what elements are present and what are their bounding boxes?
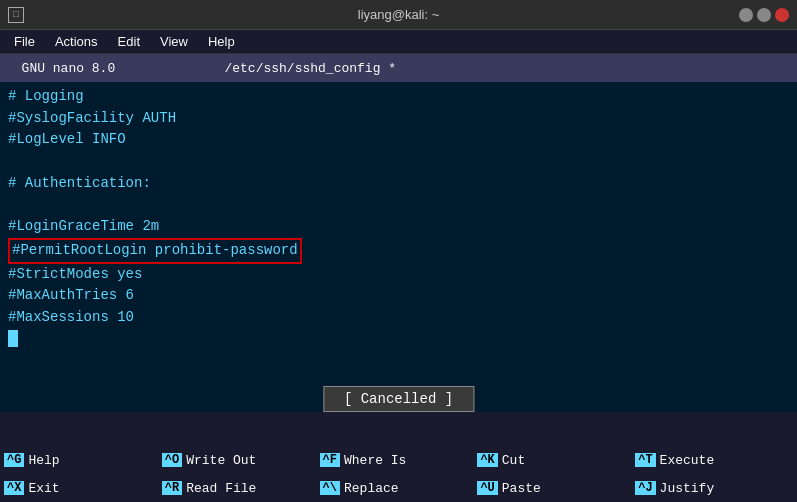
shortcut-exit: ^X Exit (4, 481, 162, 496)
line-4 (8, 151, 789, 173)
menu-help[interactable]: Help (200, 32, 243, 51)
key-ctrl-u[interactable]: ^U (477, 481, 497, 495)
menu-file[interactable]: File (6, 32, 43, 51)
label-replace: Replace (344, 481, 399, 496)
window-title: liyang@kali: ~ (358, 7, 440, 22)
menu-edit[interactable]: Edit (110, 32, 148, 51)
label-read-file: Read File (186, 481, 256, 496)
text-cursor (8, 330, 18, 347)
line-12 (8, 329, 789, 351)
label-write-out: Write Out (186, 453, 256, 468)
shortcut-row-1: ^G Help ^O Write Out ^F Where Is ^K Cut … (0, 446, 797, 474)
editor[interactable]: # Logging #SyslogFacility AUTH #LogLevel… (0, 82, 797, 412)
key-ctrl-g[interactable]: ^G (4, 453, 24, 467)
line-6 (8, 194, 789, 216)
label-justify: Justify (660, 481, 715, 496)
line-8: #PermitRootLogin prohibit-password (8, 238, 789, 264)
key-ctrl-x[interactable]: ^X (4, 481, 24, 495)
shortcut-replace: ^\ Replace (320, 481, 478, 496)
label-where-is: Where Is (344, 453, 406, 468)
window-icon: □ (8, 7, 24, 23)
maximize-button[interactable] (757, 8, 771, 22)
line-2: #SyslogFacility AUTH (8, 108, 789, 130)
nano-header: GNU nano 8.0 /etc/ssh/sshd_config * (0, 54, 797, 82)
key-ctrl-f[interactable]: ^F (320, 453, 340, 467)
title-bar-left: □ (8, 7, 24, 23)
key-ctrl-k[interactable]: ^K (477, 453, 497, 467)
line-11: #MaxSessions 10 (8, 307, 789, 329)
highlighted-permit-root-login: #PermitRootLogin prohibit-password (8, 238, 302, 264)
shortcut-read-file: ^R Read File (162, 481, 320, 496)
line-9: #StrictModes yes (8, 264, 789, 286)
cancelled-popup: [ Cancelled ] (323, 386, 474, 412)
shortcut-execute: ^T Execute (635, 453, 793, 468)
key-ctrl-t[interactable]: ^T (635, 453, 655, 467)
label-execute: Execute (660, 453, 715, 468)
shortcut-justify: ^J Justify (635, 481, 793, 496)
label-paste: Paste (502, 481, 541, 496)
label-help: Help (28, 453, 59, 468)
key-ctrl-o[interactable]: ^O (162, 453, 182, 467)
shortcut-write-out: ^O Write Out (162, 453, 320, 468)
cancelled-text: [ Cancelled ] (344, 391, 453, 407)
shortcut-bar: ^G Help ^O Write Out ^F Where Is ^K Cut … (0, 446, 797, 502)
line-7: #LoginGraceTime 2m (8, 216, 789, 238)
shortcut-help: ^G Help (4, 453, 162, 468)
key-ctrl-r[interactable]: ^R (162, 481, 182, 495)
editor-wrapper: # Logging #SyslogFacility AUTH #LogLevel… (0, 82, 797, 412)
menu-bar: File Actions Edit View Help (0, 30, 797, 54)
shortcut-paste: ^U Paste (477, 481, 635, 496)
shortcut-where-is: ^F Where Is (320, 453, 478, 468)
key-ctrl-backslash[interactable]: ^\ (320, 481, 340, 495)
window-controls (739, 8, 789, 22)
line-5: # Authentication: (8, 173, 789, 195)
shortcut-cut: ^K Cut (477, 453, 635, 468)
key-ctrl-j[interactable]: ^J (635, 481, 655, 495)
shortcut-row-2: ^X Exit ^R Read File ^\ Replace ^U Paste… (0, 474, 797, 502)
menu-actions[interactable]: Actions (47, 32, 106, 51)
line-3: #LogLevel INFO (8, 129, 789, 151)
line-1: # Logging (8, 86, 789, 108)
label-cut: Cut (502, 453, 525, 468)
nano-header-text: GNU nano 8.0 /etc/ssh/sshd_config * (6, 61, 396, 76)
minimize-button[interactable] (739, 8, 753, 22)
label-exit: Exit (28, 481, 59, 496)
line-10: #MaxAuthTries 6 (8, 285, 789, 307)
title-bar: □ liyang@kali: ~ (0, 0, 797, 30)
close-button[interactable] (775, 8, 789, 22)
menu-view[interactable]: View (152, 32, 196, 51)
